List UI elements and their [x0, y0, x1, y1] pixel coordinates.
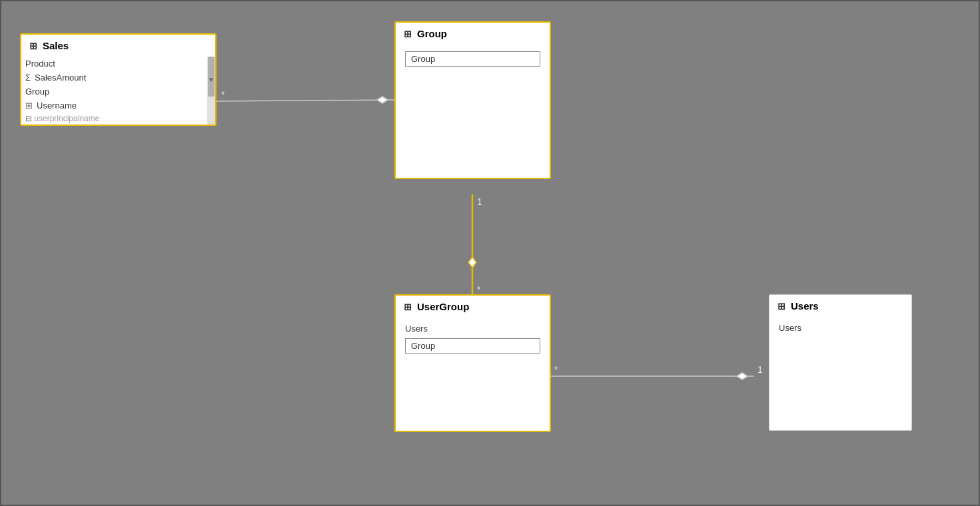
users-table-body: Users: [769, 317, 911, 370]
rel-ug-users-to-label: 1: [757, 364, 763, 375]
sales-table-body: Product Σ SalesAmount Group ⊞ Username ⊟…: [21, 57, 215, 125]
rel-ug-users-from-label: *: [554, 364, 558, 375]
usergroup-field-group: Group: [405, 338, 540, 354]
group-table-title: Group: [417, 28, 447, 39]
usergroup-table-icon: ⊞: [404, 302, 412, 312]
users-table-card[interactable]: ⊞ Users Users: [769, 294, 912, 431]
sales-table-icon: ⊞: [29, 41, 37, 51]
sales-table-title: Sales: [43, 40, 69, 51]
sales-product-label: Product: [25, 59, 55, 69]
sigma-icon: Σ: [25, 73, 31, 83]
users-table-header: ⊞ Users: [769, 295, 911, 317]
usergroup-table-card[interactable]: ⊞ UserGroup Users Group: [394, 294, 551, 432]
usergroup-field-users: Users: [401, 322, 544, 336]
group-table-header: ⊞ Group: [396, 23, 550, 45]
users-table-title: Users: [791, 300, 819, 312]
usergroup-table-title: UserGroup: [417, 301, 469, 312]
grid-icon-upn: ⊟: [25, 114, 32, 123]
sales-field-salesamount: Σ SalesAmount: [21, 71, 215, 85]
sales-upn-label: userprincipalname: [34, 114, 99, 123]
users-users-label: Users: [779, 323, 801, 333]
sales-field-upn: ⊟ userprincipalname: [21, 113, 215, 125]
sales-field-product: Product: [21, 57, 215, 71]
users-field-users: Users: [775, 321, 906, 335]
rel-arrow-group-ug: [468, 257, 476, 268]
group-table-card[interactable]: ⊞ Group Group: [394, 21, 551, 179]
usergroup-users-label: Users: [405, 324, 428, 334]
scroll-down-button[interactable]: ▼: [208, 76, 215, 83]
sales-field-group: Group: [21, 85, 215, 99]
group-group-label: Group: [411, 54, 435, 64]
group-table-body: Group: [396, 45, 550, 98]
svg-line-0: [217, 100, 394, 101]
users-table-icon: ⊞: [777, 301, 785, 312]
sales-table-header: ⊞ Sales: [21, 35, 215, 57]
rel-group-ug-to-label: *: [477, 284, 481, 295]
group-field-group: Group: [405, 51, 540, 67]
sales-username-label: Username: [37, 101, 77, 111]
rel-group-ug-from-label: 1: [477, 196, 482, 207]
diagram-canvas: * 1 1 * * 1 ⊞ Sales Produc: [0, 0, 980, 506]
sales-salesamount-label: SalesAmount: [35, 73, 86, 83]
group-table-icon: ⊞: [404, 29, 412, 39]
rel-arrow-sales-group: [377, 97, 388, 103]
rel-sales-group-from-label: *: [221, 89, 225, 100]
sales-group-label: Group: [25, 87, 49, 97]
usergroup-table-header: ⊞ UserGroup: [396, 296, 550, 318]
usergroup-group-label: Group: [411, 341, 435, 351]
rel-arrow-ug-users: [737, 373, 747, 380]
usergroup-table-body: Users Group: [396, 318, 550, 371]
sales-scrollbar[interactable]: ▲ ▼: [207, 57, 215, 125]
grid-icon-username: ⊞: [25, 101, 33, 111]
sales-field-username: ⊞ Username: [21, 99, 215, 113]
sales-table-card[interactable]: ⊞ Sales Product Σ SalesAmount Group ⊞ Us…: [20, 33, 217, 126]
